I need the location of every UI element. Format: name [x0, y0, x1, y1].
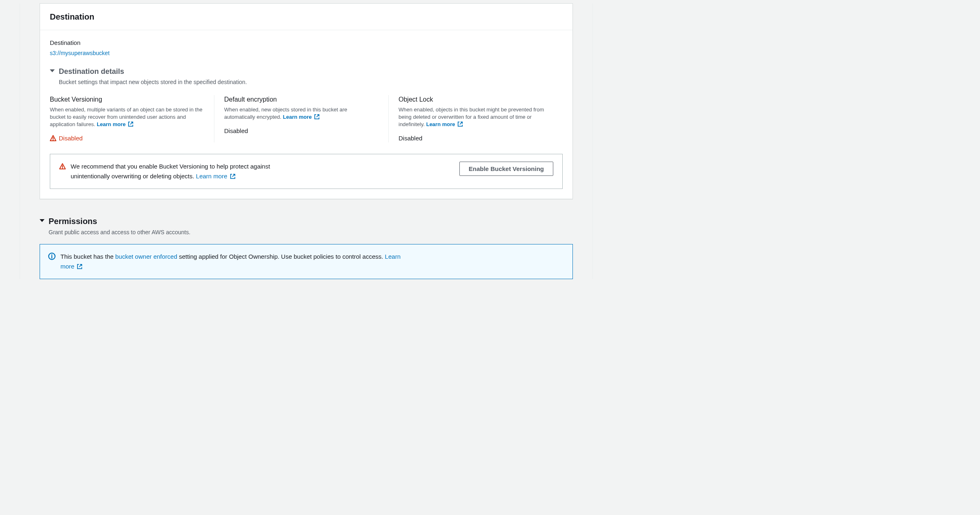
permissions-expander[interactable]: Permissions Grant public access and acce…	[40, 215, 573, 237]
default-encryption-column: Default encryption When enabled, new obj…	[214, 95, 388, 142]
default-encryption-heading: Default encryption	[224, 95, 379, 104]
object-lock-heading: Object Lock	[399, 95, 553, 104]
destination-bucket-link[interactable]: s3://mysuperawsbucket	[50, 50, 109, 56]
external-link-icon	[457, 121, 463, 127]
destination-title: Destination	[50, 11, 563, 22]
warning-icon	[59, 163, 66, 170]
external-link-icon	[128, 121, 134, 127]
destination-details-columns: Bucket Versioning When enabled, multiple…	[50, 95, 563, 142]
bucket-versioning-desc: When enabled, multiple variants of an ob…	[50, 106, 204, 129]
enable-bucket-versioning-button[interactable]: Enable Bucket Versioning	[459, 162, 553, 176]
permissions-banner-text: This bucket has the bucket owner enforce…	[60, 252, 412, 271]
bucket-versioning-column: Bucket Versioning When enabled, multiple…	[50, 95, 214, 142]
default-encryption-learn-more-link[interactable]: Learn more	[283, 114, 320, 120]
permissions-info-banner: This bucket has the bucket owner enforce…	[40, 244, 573, 279]
object-lock-column: Object Lock When enabled, objects in thi…	[388, 95, 563, 142]
object-lock-desc: When enabled, objects in this bucket mig…	[399, 106, 553, 129]
bucket-versioning-learn-more-link[interactable]: Learn more	[97, 121, 134, 127]
caret-down-icon	[40, 219, 45, 222]
versioning-recommendation-text: We recommend that you enable Bucket Vers…	[71, 162, 291, 181]
destination-details-expander[interactable]: Destination details Bucket settings that…	[50, 67, 563, 87]
caret-down-icon	[50, 69, 55, 72]
destination-panel-header: Destination	[40, 4, 572, 30]
destination-panel-body: Destination s3://mysuperawsbucket Destin…	[40, 30, 572, 199]
bucket-versioning-heading: Bucket Versioning	[50, 95, 204, 104]
object-lock-status: Disabled	[399, 134, 553, 142]
info-icon	[48, 253, 56, 260]
bucket-owner-enforced-link[interactable]: bucket owner enforced	[115, 253, 177, 260]
default-encryption-desc: When enabled, new objects stored in this…	[224, 106, 379, 121]
versioning-recommendation-alert: We recommend that you enable Bucket Vers…	[50, 154, 563, 189]
destination-field-label: Destination	[50, 38, 563, 47]
external-link-icon	[230, 173, 236, 179]
permissions-subtext: Grant public access and access to other …	[49, 229, 190, 237]
destination-details-heading: Destination details	[59, 67, 247, 77]
external-link-icon	[77, 264, 82, 269]
versioning-recommendation-learn-more-link[interactable]: Learn more	[196, 173, 236, 180]
default-encryption-status: Disabled	[224, 127, 379, 135]
external-link-icon	[314, 114, 320, 120]
object-lock-learn-more-link[interactable]: Learn more	[426, 121, 463, 127]
permissions-heading: Permissions	[49, 215, 190, 227]
warning-icon	[50, 135, 56, 142]
destination-details-subtext: Bucket settings that impact new objects …	[59, 78, 247, 87]
destination-panel: Destination Destination s3://mysuperawsb…	[40, 3, 573, 199]
bucket-versioning-status: Disabled	[50, 134, 204, 142]
